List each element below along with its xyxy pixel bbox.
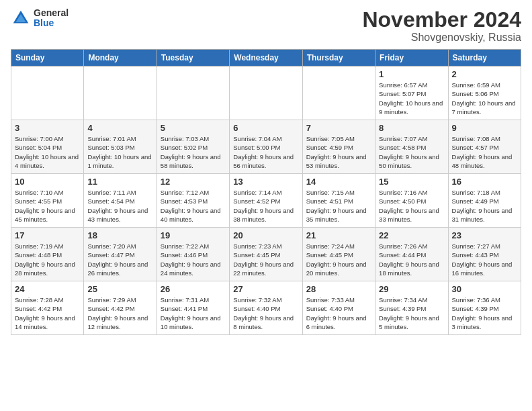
day-info: Sunrise: 7:08 AM Sunset: 4:57 PM Dayligh… [452,134,517,170]
day-info: Sunrise: 7:12 AM Sunset: 4:53 PM Dayligh… [161,188,226,224]
day-info: Sunrise: 7:28 AM Sunset: 4:42 PM Dayligh… [15,295,80,331]
day-number: 7 [306,123,371,133]
day-number: 4 [87,123,152,133]
subtitle: Shovgenovskiy, Russia [362,32,521,44]
calendar-cell: 2Sunrise: 6:59 AM Sunset: 5:06 PM Daylig… [448,66,521,120]
day-info: Sunrise: 7:10 AM Sunset: 4:55 PM Dayligh… [15,188,80,224]
day-number: 26 [161,284,226,294]
calendar-cell: 17Sunrise: 7:19 AM Sunset: 4:48 PM Dayli… [11,228,84,281]
calendar-cell: 10Sunrise: 7:10 AM Sunset: 4:55 PM Dayli… [11,174,84,228]
day-number: 17 [15,230,80,240]
calendar-week-4: 17Sunrise: 7:19 AM Sunset: 4:48 PM Dayli… [11,228,521,281]
day-number: 6 [233,123,298,133]
logo-text: General Blue [34,8,69,29]
calendar-cell: 11Sunrise: 7:11 AM Sunset: 4:54 PM Dayli… [84,174,157,228]
day-number: 3 [15,123,80,133]
calendar-cell [230,66,302,120]
calendar-cell: 5Sunrise: 7:03 AM Sunset: 5:02 PM Daylig… [157,120,229,174]
calendar-cell [302,66,375,120]
day-info: Sunrise: 6:59 AM Sunset: 5:06 PM Dayligh… [452,81,517,116]
header-wednesday: Wednesday [230,50,302,66]
day-number: 5 [161,123,226,133]
calendar-cell: 24Sunrise: 7:28 AM Sunset: 4:42 PM Dayli… [11,281,84,335]
day-number: 28 [306,284,371,294]
header-sunday: Sunday [11,50,84,66]
header-saturday: Saturday [448,50,521,66]
day-number: 16 [452,177,517,187]
day-number: 9 [452,123,517,133]
calendar-cell: 1Sunrise: 6:57 AM Sunset: 5:07 PM Daylig… [375,66,448,120]
header-monday: Monday [84,50,157,66]
calendar-cell: 6Sunrise: 7:04 AM Sunset: 5:00 PM Daylig… [230,120,302,174]
day-number: 1 [379,69,444,79]
calendar-cell: 19Sunrise: 7:22 AM Sunset: 4:46 PM Dayli… [157,228,229,281]
day-info: Sunrise: 7:14 AM Sunset: 4:52 PM Dayligh… [233,188,298,224]
calendar-week-3: 10Sunrise: 7:10 AM Sunset: 4:55 PM Dayli… [11,174,521,228]
calendar-cell: 4Sunrise: 7:01 AM Sunset: 5:03 PM Daylig… [84,120,157,174]
day-number: 24 [15,284,80,294]
day-info: Sunrise: 7:07 AM Sunset: 4:58 PM Dayligh… [379,134,444,170]
day-number: 22 [379,230,444,240]
logo: General Blue [11,8,69,29]
day-info: Sunrise: 7:34 AM Sunset: 4:39 PM Dayligh… [379,295,444,331]
day-number: 15 [379,177,444,187]
calendar-cell [157,66,229,120]
day-info: Sunrise: 7:19 AM Sunset: 4:48 PM Dayligh… [15,242,80,277]
day-number: 30 [452,284,517,294]
calendar-cell: 3Sunrise: 7:00 AM Sunset: 5:04 PM Daylig… [11,120,84,174]
calendar-cell: 13Sunrise: 7:14 AM Sunset: 4:52 PM Dayli… [230,174,302,228]
day-number: 19 [161,230,226,240]
day-number: 13 [233,177,298,187]
page: General Blue November 2024 Shovgenovskiy… [0,0,532,411]
day-info: Sunrise: 7:04 AM Sunset: 5:00 PM Dayligh… [233,134,298,170]
day-number: 21 [306,230,371,240]
day-info: Sunrise: 7:00 AM Sunset: 5:04 PM Dayligh… [15,134,80,170]
day-number: 14 [306,177,371,187]
day-info: Sunrise: 6:57 AM Sunset: 5:07 PM Dayligh… [379,81,444,116]
day-info: Sunrise: 7:05 AM Sunset: 4:59 PM Dayligh… [306,134,371,170]
calendar-cell: 16Sunrise: 7:18 AM Sunset: 4:49 PM Dayli… [448,174,521,228]
day-info: Sunrise: 7:16 AM Sunset: 4:50 PM Dayligh… [379,188,444,224]
calendar-week-1: 1Sunrise: 6:57 AM Sunset: 5:07 PM Daylig… [11,66,521,120]
day-number: 29 [379,284,444,294]
day-info: Sunrise: 7:32 AM Sunset: 4:40 PM Dayligh… [233,295,298,331]
day-info: Sunrise: 7:20 AM Sunset: 4:47 PM Dayligh… [87,242,152,277]
calendar-cell: 7Sunrise: 7:05 AM Sunset: 4:59 PM Daylig… [302,120,375,174]
day-number: 11 [87,177,152,187]
calendar-cell: 22Sunrise: 7:26 AM Sunset: 4:44 PM Dayli… [375,228,448,281]
calendar-cell: 18Sunrise: 7:20 AM Sunset: 4:47 PM Dayli… [84,228,157,281]
calendar-cell: 12Sunrise: 7:12 AM Sunset: 4:53 PM Dayli… [157,174,229,228]
day-info: Sunrise: 7:11 AM Sunset: 4:54 PM Dayligh… [87,188,152,224]
month-title: November 2024 [362,8,521,32]
day-number: 8 [379,123,444,133]
calendar-week-2: 3Sunrise: 7:00 AM Sunset: 5:04 PM Daylig… [11,120,521,174]
day-number: 12 [161,177,226,187]
calendar-cell: 27Sunrise: 7:32 AM Sunset: 4:40 PM Dayli… [230,281,302,335]
day-info: Sunrise: 7:29 AM Sunset: 4:42 PM Dayligh… [87,295,152,331]
calendar-cell [11,66,84,120]
day-info: Sunrise: 7:23 AM Sunset: 4:45 PM Dayligh… [233,242,298,277]
day-info: Sunrise: 7:36 AM Sunset: 4:39 PM Dayligh… [452,295,517,331]
day-info: Sunrise: 7:18 AM Sunset: 4:49 PM Dayligh… [452,188,517,224]
calendar: SundayMondayTuesdayWednesdayThursdayFrid… [11,49,521,335]
calendar-cell: 21Sunrise: 7:24 AM Sunset: 4:45 PM Dayli… [302,228,375,281]
title-section: November 2024 Shovgenovskiy, Russia [362,8,521,44]
logo-blue: Blue [34,18,69,28]
calendar-week-5: 24Sunrise: 7:28 AM Sunset: 4:42 PM Dayli… [11,281,521,335]
logo-general: General [34,8,69,18]
day-info: Sunrise: 7:01 AM Sunset: 5:03 PM Dayligh… [87,134,152,170]
calendar-cell: 9Sunrise: 7:08 AM Sunset: 4:57 PM Daylig… [448,120,521,174]
calendar-cell: 20Sunrise: 7:23 AM Sunset: 4:45 PM Dayli… [230,228,302,281]
calendar-cell: 15Sunrise: 7:16 AM Sunset: 4:50 PM Dayli… [375,174,448,228]
logo-icon [11,8,31,28]
calendar-cell: 14Sunrise: 7:15 AM Sunset: 4:51 PM Dayli… [302,174,375,228]
day-info: Sunrise: 7:27 AM Sunset: 4:43 PM Dayligh… [452,242,517,277]
day-info: Sunrise: 7:31 AM Sunset: 4:41 PM Dayligh… [161,295,226,331]
header-tuesday: Tuesday [157,50,229,66]
calendar-cell: 28Sunrise: 7:33 AM Sunset: 4:40 PM Dayli… [302,281,375,335]
calendar-cell: 29Sunrise: 7:34 AM Sunset: 4:39 PM Dayli… [375,281,448,335]
calendar-header-row: SundayMondayTuesdayWednesdayThursdayFrid… [11,50,521,66]
header-thursday: Thursday [302,50,375,66]
day-number: 23 [452,230,517,240]
day-info: Sunrise: 7:24 AM Sunset: 4:45 PM Dayligh… [306,242,371,277]
